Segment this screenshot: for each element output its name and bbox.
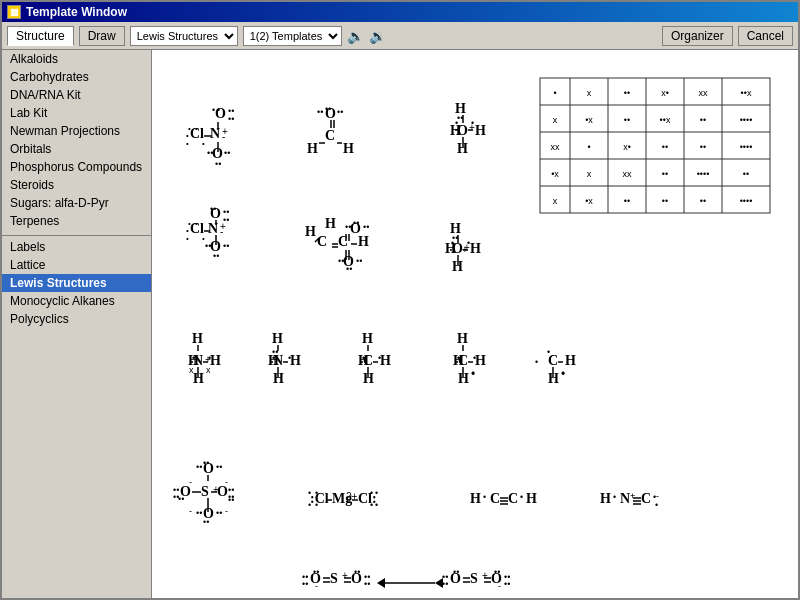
sidebar-item-lattice[interactable]: Lattice bbox=[2, 256, 151, 274]
svg-text:••: •• bbox=[624, 115, 630, 125]
svg-text:••: •• bbox=[216, 508, 222, 518]
molecule-h2co[interactable]: O •• •• •• C H H bbox=[307, 104, 354, 156]
svg-text:x: x bbox=[206, 365, 211, 375]
dropdown-template-type[interactable]: Lewis Structures Alkaloids bbox=[130, 26, 238, 46]
molecule-ch3[interactable]: H H • • C H H • bbox=[453, 331, 486, 386]
sidebar-item-carbohydrates[interactable]: Carbohydrates bbox=[2, 68, 151, 86]
svg-text:••: •• bbox=[302, 579, 308, 589]
svg-text:•: • bbox=[375, 488, 378, 498]
sidebar-item-labels[interactable]: Labels bbox=[2, 238, 151, 256]
molecule-ch[interactable]: • C H H • • bbox=[535, 347, 576, 386]
svg-text:H: H bbox=[192, 331, 203, 346]
svg-text:H: H bbox=[210, 353, 221, 368]
svg-text:••: •• bbox=[207, 148, 213, 158]
svg-text:••: •• bbox=[700, 115, 706, 125]
molecule-h2cco[interactable]: H O •• •• •• C C H O •• bbox=[305, 216, 369, 274]
molecule-so4[interactable]: O •• •• •• S + O •• •• •• O •• bbox=[173, 458, 234, 527]
svg-text:•: • bbox=[195, 124, 198, 133]
molecule-hcch[interactable]: H • C C • H bbox=[470, 491, 537, 506]
molecule-nh4[interactable]: H H • • N + H H x x bbox=[188, 331, 221, 386]
svg-text:••••: •••• bbox=[740, 142, 753, 152]
svg-text:••: •• bbox=[662, 196, 668, 206]
svg-text:H: H bbox=[475, 353, 486, 368]
svg-text:H: H bbox=[565, 353, 576, 368]
molecule-clmgcl[interactable]: :Cl • • • • Mg 2+ Cl: • • • • bbox=[308, 488, 378, 510]
svg-text:H: H bbox=[470, 241, 481, 256]
svg-text:•: • bbox=[315, 500, 318, 510]
svg-text:H: H bbox=[343, 141, 354, 156]
svg-text:••: •• bbox=[743, 169, 749, 179]
svg-text:H: H bbox=[475, 123, 486, 138]
svg-text:H: H bbox=[305, 224, 316, 239]
tab-draw[interactable]: Draw bbox=[79, 26, 125, 46]
sidebar-item-lewis[interactable]: Lewis Structures bbox=[2, 274, 151, 292]
svg-text:+: + bbox=[342, 570, 348, 581]
svg-text:xx: xx bbox=[699, 88, 709, 98]
svg-text:-: - bbox=[222, 131, 225, 142]
svg-text:••x: ••x bbox=[660, 115, 671, 125]
svg-text:••••: •••• bbox=[697, 169, 710, 179]
sidebar-item-polycyclics[interactable]: Polycyclics bbox=[2, 310, 151, 328]
svg-text:••: •• bbox=[337, 107, 343, 117]
molecule-nh3[interactable]: H H • • N H H •• bbox=[268, 331, 301, 386]
svg-text:N: N bbox=[193, 353, 203, 368]
molecule-so2-left[interactable]: O •• •• •• S + O •• •• •• - bbox=[302, 567, 370, 591]
svg-text:N: N bbox=[620, 491, 630, 506]
dropdown-template-count[interactable]: 1(2) Templates bbox=[243, 26, 342, 46]
svg-text:•: • bbox=[202, 139, 205, 148]
svg-text:••: •• bbox=[364, 579, 370, 589]
svg-text:•: • bbox=[186, 131, 189, 140]
speaker-icon: 🔈 bbox=[347, 28, 364, 44]
svg-text:C: C bbox=[641, 491, 651, 506]
svg-text:•: • bbox=[375, 500, 378, 510]
svg-text:••: •• bbox=[452, 233, 458, 243]
sidebar-item-labkit[interactable]: Lab Kit bbox=[2, 104, 151, 122]
electron-dot-table: • x •• x• xx ••x x •x •• ••x •• •••• xx … bbox=[540, 78, 770, 213]
tab-structure[interactable]: Structure bbox=[7, 26, 74, 46]
svg-text:•: • bbox=[561, 367, 565, 381]
svg-text:••: •• bbox=[223, 241, 229, 251]
svg-text:xx: xx bbox=[623, 169, 633, 179]
svg-text:•: • bbox=[370, 500, 373, 510]
svg-text:•: • bbox=[471, 367, 475, 381]
sidebar-item-terpenes[interactable]: Terpenes bbox=[2, 212, 151, 230]
svg-text:••: •• bbox=[442, 579, 448, 589]
svg-text:x•: x• bbox=[661, 88, 669, 98]
molecule-clno-2[interactable]: Cl •• •• • O •• •• •• N + O •• •• •• bbox=[186, 204, 229, 261]
svg-text:••: •• bbox=[228, 495, 234, 505]
sidebar-item-phosphorus[interactable]: Phosphorus Compounds bbox=[2, 158, 151, 176]
sidebar-item-monocyclic[interactable]: Monocyclic Alkanes bbox=[2, 292, 151, 310]
sidebar-item-alkaloids[interactable]: Alkaloids bbox=[2, 50, 151, 68]
svg-text:C: C bbox=[317, 234, 327, 249]
svg-text:••: •• bbox=[203, 458, 209, 468]
svg-text:•: • bbox=[217, 105, 220, 115]
sidebar-item-steroids[interactable]: Steroids bbox=[2, 176, 151, 194]
sidebar-item-newman[interactable]: Newman Projections bbox=[2, 122, 151, 140]
cancel-button[interactable]: Cancel bbox=[738, 26, 793, 46]
molecule-so2-right[interactable]: O •• •• •• S + O •• •• •• - bbox=[442, 567, 510, 591]
svg-text:•: • bbox=[212, 105, 215, 115]
svg-text:•: • bbox=[315, 488, 318, 498]
organizer-button[interactable]: Organizer bbox=[662, 26, 733, 46]
svg-text:+: + bbox=[482, 570, 488, 581]
svg-text:C: C bbox=[508, 491, 518, 506]
molecule-h3o[interactable]: H H • • O + H •• H bbox=[450, 101, 486, 156]
svg-text:H: H bbox=[362, 331, 373, 346]
molecule-h3o-2[interactable]: H H • • O + H •• H + bbox=[445, 221, 481, 274]
molecule-clno[interactable]: Cl •• •• • O •• •• •• N + O •• bbox=[186, 105, 234, 169]
svg-text:••: •• bbox=[224, 148, 230, 158]
window-title: Template Window bbox=[26, 5, 127, 19]
svg-text:H: H bbox=[290, 353, 301, 368]
molecule-ch4[interactable]: H H • • C H H bbox=[358, 331, 391, 386]
sidebar-item-sugars[interactable]: Sugars: alfa-D-Pyr bbox=[2, 194, 151, 212]
svg-text:•x: •x bbox=[585, 196, 593, 206]
svg-text:S: S bbox=[470, 571, 478, 586]
sidebar-item-dna[interactable]: DNA/RNA Kit bbox=[2, 86, 151, 104]
svg-text:•: • bbox=[308, 500, 311, 510]
svg-text:••: •• bbox=[363, 222, 369, 232]
svg-marker-273 bbox=[377, 578, 385, 588]
molecule-hnc[interactable]: H • N + C • - • bbox=[600, 491, 659, 510]
sidebar-item-orbitals[interactable]: Orbitals bbox=[2, 140, 151, 158]
svg-text:••: •• bbox=[196, 508, 202, 518]
svg-text:H: H bbox=[380, 353, 391, 368]
